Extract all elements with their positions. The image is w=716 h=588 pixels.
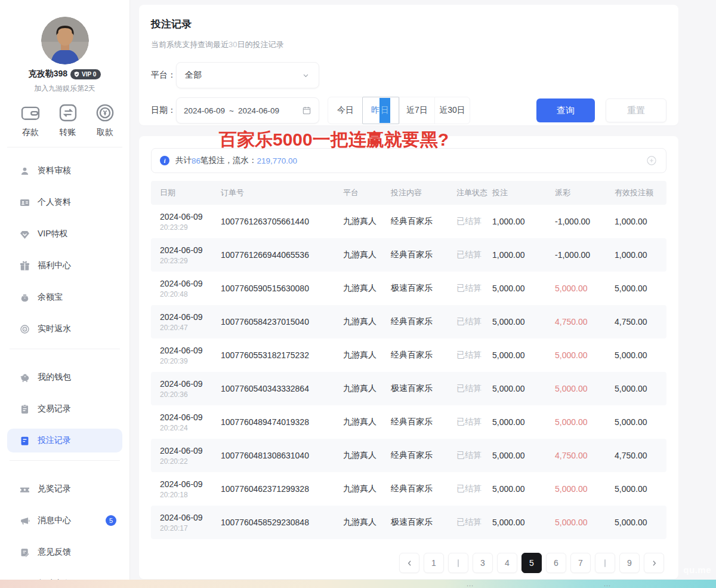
sidebar-item-feedback[interactable]: 意见反馈 (7, 540, 122, 564)
cell-bet-content: 经典百家乐 (391, 350, 456, 361)
page-button-1[interactable]: 1 (424, 553, 444, 573)
page-button-6[interactable]: 6 (546, 553, 566, 573)
cell-platform: 九游真人 (343, 517, 391, 528)
vip-badge: VIP 0 (70, 69, 101, 79)
page-button-5[interactable]: 5 (521, 553, 542, 573)
sidebar-item-bet-records[interactable]: 投注记录 (7, 429, 122, 452)
sidebar-item-message-center[interactable]: 消息中心5 (7, 509, 122, 532)
sidebar-item-yuebao[interactable]: 余额宝 (7, 285, 122, 309)
cell-platform: 九游真人 (343, 350, 391, 361)
page-prev-button[interactable] (399, 553, 419, 573)
avatar (41, 17, 89, 64)
range-button-today[interactable]: 今日 (328, 97, 363, 124)
platform-select[interactable]: 全部 (176, 62, 319, 88)
row-date: 2024-06-09 (160, 379, 221, 389)
cell-bet-content: 经典百家乐 (391, 417, 456, 427)
cell-order: 1007760489474019328 (221, 417, 343, 427)
cell-platform: 九游真人 (343, 250, 391, 260)
sidebar-item-prize-records[interactable]: 兑奖记录 (7, 477, 122, 501)
page-button-7[interactable]: 7 (570, 553, 591, 573)
quick-action-withdraw[interactable]: 取款 (88, 101, 122, 138)
sidebar-item-vip-privileges[interactable]: VIP特权 (7, 222, 122, 246)
sidebar-item-welfare-center[interactable]: 福利中心 (7, 254, 122, 278)
cell-payout: 5,000.00 (555, 484, 615, 494)
cell-valid-bet: 4,750.00 (615, 317, 666, 327)
transfer-icon (57, 101, 79, 124)
row-date: 2024-06-09 (160, 346, 221, 355)
cell-date: 2024-06-0920:20:36 (151, 379, 221, 399)
sidebar-item-transaction-records[interactable]: 交易记录 (7, 397, 122, 421)
cell-date: 2024-06-0920:20:47 (151, 312, 221, 332)
date-from: 2024-06-09 (184, 106, 225, 115)
row-time: 20:20:47 (160, 324, 221, 332)
sidebar-item-profile-review[interactable]: 资料审核 (7, 159, 122, 183)
cell-status: 已结算 (456, 383, 492, 394)
sidebar-item-label: 实时返水 (38, 324, 71, 334)
reset-button[interactable]: 重置 (606, 98, 666, 122)
page-ellipsis-button[interactable] (595, 553, 615, 573)
cell-valid-bet: 4,750.00 (615, 451, 666, 460)
cell-order: 1007760481308631040 (221, 451, 343, 460)
date-filter-row: 日期： 2024-06-09 ~ 2024-06-09 今日昨日近7日近30日 … (151, 97, 666, 124)
cell-status: 已结算 (456, 350, 492, 361)
cell-bet-amount: 5,000.00 (492, 350, 555, 360)
range-button-last-30-days[interactable]: 近30日 (434, 97, 470, 124)
row-date: 2024-06-09 (160, 279, 221, 288)
sidebar-item-label: VIP特权 (38, 229, 68, 239)
range-button-last-7-days[interactable]: 近7日 (399, 97, 434, 124)
cell-bet-amount: 5,000.00 (492, 417, 555, 427)
cell-payout: 4,750.00 (555, 451, 615, 460)
savings-pot-icon (19, 292, 30, 303)
user-name-row: 克孜勒398 VIP 0 (0, 69, 129, 79)
cell-order: 1007760458529230848 (221, 518, 343, 527)
range-button-yesterday[interactable]: 昨日 (362, 97, 399, 124)
cell-order: 1007760462371299328 (221, 484, 343, 494)
filter-card: 投注记录 当前系统支持查询最近30日的投注记录 平台： 全部 日期： 2024-… (139, 5, 678, 125)
quick-action-transfer[interactable]: 转账 (51, 101, 85, 138)
row-date: 2024-06-09 (160, 245, 221, 255)
prize-ticket-icon (19, 484, 30, 495)
quick-action-label: 转账 (60, 127, 76, 138)
plus-circle-icon[interactable] (646, 155, 658, 167)
page-ellipsis-button[interactable] (448, 553, 468, 573)
ellipsis-dots: ... (467, 580, 474, 587)
divider (10, 460, 120, 461)
quick-action-label: 取款 (97, 127, 113, 138)
cell-date: 2024-06-0920:20:48 (151, 279, 221, 298)
row-time: 20:20:48 (160, 290, 221, 298)
query-button[interactable]: 查询 (536, 98, 595, 122)
cell-order: 1007761266944065536 (221, 250, 343, 260)
row-date: 2024-06-09 (160, 212, 221, 221)
date-label: 日期： (151, 105, 176, 116)
sidebar-item-personal-info[interactable]: 个人资料 (7, 190, 122, 214)
cell-bet-content: 经典百家乐 (391, 450, 456, 461)
cell-payout: 5,000.00 (555, 417, 615, 427)
column-header: 有效投注额 (615, 187, 666, 198)
date-range-picker[interactable]: 2024-06-09 ~ 2024-06-09 (176, 97, 319, 124)
ellipsis-bar (458, 559, 459, 567)
cell-bet-amount: 1,000.00 (492, 250, 555, 260)
cell-order: 1007760590515630080 (221, 284, 343, 293)
table-row: 2024-06-0920:20:171007760458529230848九游真… (151, 506, 666, 539)
sidebar: 克孜勒398 VIP 0 加入九游娱乐第2天 存款转账取款 资料审核个人资料VI… (0, 0, 130, 588)
page-button-4[interactable]: 4 (497, 553, 517, 573)
quick-action-deposit[interactable]: 存款 (13, 101, 48, 138)
table-row: 2024-06-0920:20:391007760553182175232九游真… (151, 338, 666, 372)
sidebar-item-label: 交易记录 (38, 404, 71, 414)
page-button-3[interactable]: 3 (473, 553, 493, 573)
platform-filter-row: 平台： 全部 (151, 62, 666, 88)
page-next-button[interactable] (644, 553, 664, 573)
cell-order: 1007761263705661440 (221, 217, 343, 226)
divider (10, 349, 120, 349)
cell-status: 已结算 (456, 316, 492, 327)
table-row: 2024-06-0920:20:221007760481308631040九游真… (151, 439, 666, 472)
sidebar-item-my-wallet[interactable]: 我的钱包 (7, 365, 122, 389)
cell-bet-content: 极速百家乐 (391, 383, 456, 394)
sidebar-item-realtime-rebate[interactable]: 实时返水 (7, 317, 122, 341)
sidebar-item-label: 投注记录 (38, 435, 71, 446)
records-card: i 共计86笔投注，流水：219,770.00 日期订单号平台投注内容注单状态投… (139, 136, 678, 579)
ellipsis-dots: ... (604, 580, 611, 587)
user-name: 克孜勒398 (29, 69, 67, 79)
page-button-9[interactable]: 9 (619, 553, 640, 573)
piggy-wallet-icon (19, 372, 30, 383)
